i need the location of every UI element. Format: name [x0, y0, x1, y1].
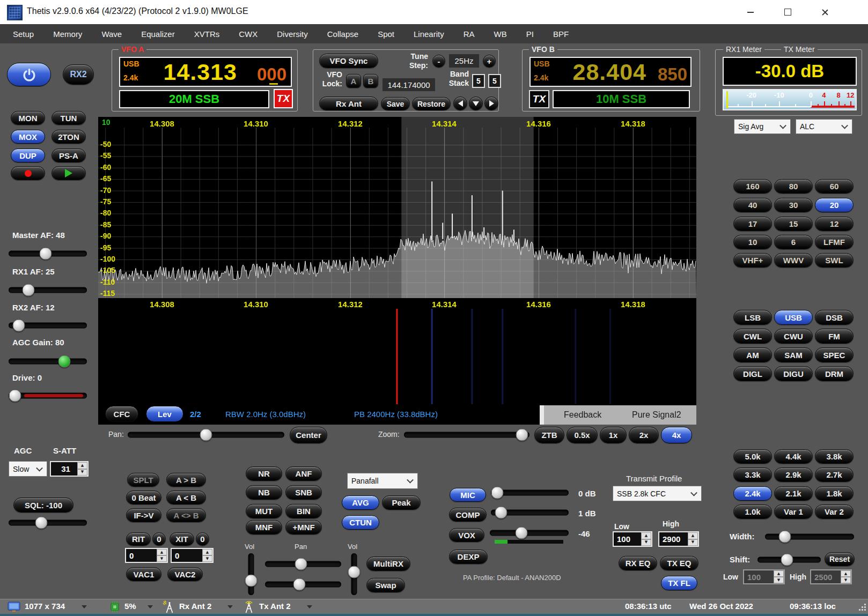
comp-button[interactable]: COMP: [449, 508, 487, 522]
filter-button-2.1k[interactable]: 2.1k: [774, 486, 813, 501]
zoom-preset-4x[interactable]: 4x: [661, 427, 692, 443]
dsp-button-plusmnf[interactable]: +MNF: [285, 520, 322, 535]
pan-slider[interactable]: [128, 428, 284, 441]
rx1-af-slider[interactable]: [9, 284, 87, 296]
zoom-slider[interactable]: [404, 428, 529, 441]
tune-step-plus-button[interactable]: +: [483, 55, 496, 68]
spinner-up-button[interactable]: ▲: [77, 462, 87, 469]
rx-eq-button[interactable]: RX EQ: [619, 556, 657, 570]
menu-item-cwx[interactable]: CWX: [239, 29, 258, 39]
rx2-af-slider[interactable]: [9, 320, 87, 331]
spinner-up-button[interactable]: ▲: [774, 570, 784, 577]
shift-slider[interactable]: [757, 554, 821, 566]
ctun-button[interactable]: CTUN: [342, 515, 379, 530]
resolution-indicator[interactable]: 1077 x 734: [25, 602, 65, 611]
band-button-15[interactable]: 15: [774, 217, 813, 231]
agc-gain-slider[interactable]: [9, 355, 87, 367]
mic-slider[interactable]: [491, 487, 569, 499]
filter-button-2.9k[interactable]: 2.9k: [774, 467, 813, 482]
tx-meter-mode-select[interactable]: ALC: [796, 119, 852, 134]
mode-button-dsb[interactable]: DSB: [815, 310, 854, 325]
spinner-up-button[interactable]: ▲: [688, 532, 698, 539]
dsp-button-bin[interactable]: BIN: [285, 504, 322, 518]
menu-item-spot[interactable]: Spot: [378, 29, 394, 39]
zero-beat-button[interactable]: 0 Beat: [126, 491, 161, 504]
band-button-lfmf[interactable]: LFMF: [815, 235, 854, 249]
filter-button-1.8k[interactable]: 1.8k: [815, 486, 854, 501]
spinner-down-button[interactable]: ▼: [774, 577, 784, 583]
mode-button-usb[interactable]: USB: [774, 310, 813, 325]
mon-button[interactable]: MON: [11, 111, 45, 125]
filter-button-3.3k[interactable]: 3.3k: [733, 467, 772, 482]
rit-button[interactable]: RIT: [126, 532, 151, 546]
a-swap-b-button[interactable]: A <> B: [166, 508, 206, 522]
dsp-button-nb[interactable]: NB: [246, 485, 282, 500]
dup-button[interactable]: DUP: [11, 149, 45, 162]
vac1-button[interactable]: VAC1: [126, 567, 161, 581]
filter-button-1.0k[interactable]: 1.0k: [733, 504, 772, 519]
rx-antenna-indicator[interactable]: Rx Ant 2: [179, 602, 211, 611]
dexp-button[interactable]: DEXP: [449, 550, 488, 564]
filter-button-var1[interactable]: Var 1: [774, 504, 813, 519]
menu-item-xvtrs[interactable]: XVTRs: [194, 29, 220, 39]
pan1-slider[interactable]: [265, 559, 341, 569]
band-down-button[interactable]: [469, 97, 483, 110]
spinner-down-button[interactable]: ▼: [641, 539, 651, 546]
swap-button[interactable]: Swap: [366, 578, 405, 592]
band-prev-button[interactable]: [453, 97, 467, 110]
band-stack-count-2[interactable]: 5: [488, 74, 501, 88]
xit-button[interactable]: XIT: [170, 532, 194, 546]
band-button-10[interactable]: 10: [733, 235, 772, 249]
spinner-down-button[interactable]: ▼: [841, 577, 851, 583]
shift-reset-button[interactable]: Reset: [825, 552, 855, 566]
menu-item-memory[interactable]: Memory: [53, 29, 82, 39]
cfc-button[interactable]: CFC: [105, 406, 138, 422]
vac2-button[interactable]: VAC2: [167, 567, 203, 581]
filter-button-4.4k[interactable]: 4.4k: [774, 449, 813, 464]
maximize-button[interactable]: [773, 0, 803, 24]
menu-item-collapse[interactable]: Collapse: [327, 29, 358, 39]
tx-antenna-indicator[interactable]: Tx Ant 2: [259, 602, 291, 611]
master-af-slider[interactable]: [9, 248, 87, 259]
filter-button-var2[interactable]: Var 2: [815, 504, 854, 519]
vfo-lock-b-button[interactable]: B: [363, 74, 378, 88]
a-to-b-button[interactable]: A > B: [166, 473, 206, 487]
play-button[interactable]: [52, 166, 86, 180]
s-att-spinner[interactable]: 31▲▼: [50, 461, 89, 477]
band-button-wwv[interactable]: WWV: [774, 253, 813, 268]
spinner-down-button[interactable]: ▼: [77, 469, 87, 476]
rx2-button[interactable]: RX2: [63, 64, 94, 85]
menu-item-linearity[interactable]: Linearity: [414, 29, 444, 39]
spectrum-canvas[interactable]: [98, 117, 696, 298]
dsp-button-snb[interactable]: SNB: [285, 485, 322, 500]
vfo-lock-a-button[interactable]: A: [346, 74, 361, 88]
tx-fl-button[interactable]: TX FL: [661, 576, 697, 590]
band-button-160[interactable]: 160: [733, 179, 772, 194]
close-button[interactable]: [810, 0, 840, 24]
spinner-up-button[interactable]: ▲: [157, 549, 167, 555]
dsp-button-anf[interactable]: ANF: [285, 466, 322, 481]
pan2-slider[interactable]: [265, 579, 341, 590]
record-button[interactable]: [11, 166, 45, 180]
mox-button[interactable]: MOX: [11, 130, 45, 144]
tx-antenna-dropdown-icon[interactable]: [307, 605, 312, 608]
b-to-a-button[interactable]: A < B: [166, 491, 206, 504]
filter-button-2.7k[interactable]: 2.7k: [815, 467, 854, 482]
tx-low-spinner[interactable]: 100▲▼: [613, 531, 652, 547]
xit-zero-button[interactable]: 0: [196, 532, 209, 546]
band-next-button[interactable]: [484, 97, 498, 110]
filter-button-2.4k[interactable]: 2.4k: [733, 486, 772, 501]
comp-slider[interactable]: [491, 507, 569, 518]
mic-button[interactable]: MIC: [450, 488, 486, 502]
frequency-entry-field[interactable]: 144.174000: [382, 78, 436, 92]
cpu-usage-indicator[interactable]: 5%: [124, 602, 136, 611]
band-button-6[interactable]: 6: [774, 235, 813, 249]
vol2-slider[interactable]: [350, 553, 358, 595]
spinner-up-button[interactable]: ▲: [641, 532, 651, 539]
menu-item-wave[interactable]: Wave: [101, 29, 122, 39]
spinner-up-button[interactable]: ▲: [841, 570, 851, 577]
rx-antenna-dropdown-icon[interactable]: [227, 605, 233, 608]
save-button[interactable]: Save: [381, 97, 410, 110]
spinner-down-button[interactable]: ▼: [202, 555, 212, 562]
width-slider[interactable]: [765, 531, 854, 543]
